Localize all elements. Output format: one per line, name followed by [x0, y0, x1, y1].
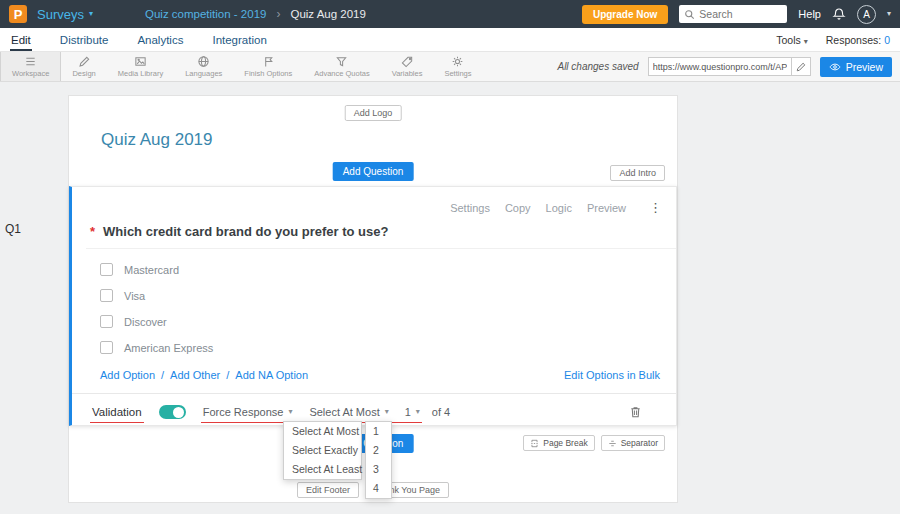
slash-separator: / — [161, 369, 164, 381]
menu-item-count-2[interactable]: 2 — [366, 441, 391, 460]
tab-distribute[interactable]: Distribute — [59, 30, 110, 51]
chevron-down-icon[interactable]: ▾ — [887, 10, 891, 18]
search-box[interactable] — [679, 5, 787, 23]
tab-integration[interactable]: Integration — [211, 30, 267, 51]
add-logo-button[interactable]: Add Logo — [345, 105, 402, 121]
toolbar-item-label: Settings — [444, 69, 471, 78]
menu-item-select-at-most[interactable]: Select At Most — [284, 422, 361, 441]
question-preview-link[interactable]: Preview — [587, 202, 626, 214]
preview-button[interactable]: Preview — [820, 57, 892, 77]
notifications-bell-icon[interactable] — [832, 7, 846, 21]
checkbox[interactable] — [100, 341, 113, 354]
toolbar-item-design[interactable]: Design — [61, 52, 106, 81]
responses-counter[interactable]: Responses:0 — [826, 34, 890, 46]
menu-item-count-1[interactable]: 1 — [366, 422, 391, 441]
topbar: P Surveys ▾ Quiz competition - 2019 › Qu… — [0, 0, 900, 28]
languages-globe-icon — [197, 55, 210, 68]
tools-menu[interactable]: Tools ▾ — [776, 34, 807, 46]
toolbar-item-label: Advance Quotas — [314, 69, 369, 78]
edit-url-pencil-icon[interactable] — [791, 58, 810, 75]
option-label[interactable]: Mastercard — [124, 264, 179, 276]
validation-toggle[interactable] — [159, 405, 186, 419]
toolbar-item-settings[interactable]: Settings — [433, 52, 482, 81]
chevron-down-icon: ▾ — [89, 10, 93, 18]
search-icon — [684, 9, 695, 20]
media-library-icon — [134, 55, 147, 68]
add-na-option-link[interactable]: Add NA Option — [235, 369, 308, 381]
answer-option-row: Visa — [100, 289, 145, 302]
tab-analytics[interactable]: Analytics — [136, 30, 184, 51]
page-break-label: Page Break — [543, 438, 587, 448]
edit-footer-button[interactable]: Edit Footer — [297, 482, 359, 498]
question-more-menu-icon[interactable]: ⋮ — [649, 200, 662, 215]
avatar[interactable]: A — [857, 5, 876, 24]
force-response-dropdown[interactable]: Force Response ▾ — [203, 406, 293, 418]
toolbar-item-media-library[interactable]: Media Library — [107, 52, 174, 81]
survey-url-input[interactable] — [649, 62, 791, 72]
option-label[interactable]: Discover — [124, 316, 167, 328]
page-structure-buttons: Page Break Separator — [523, 435, 665, 451]
required-asterisk-icon: * — [90, 224, 95, 239]
add-other-link[interactable]: Add Other — [170, 369, 220, 381]
breadcrumb-parent[interactable]: Quiz competition - 2019 — [145, 8, 266, 20]
nav-right: Tools ▾ Responses:0 — [776, 34, 890, 51]
validation-divider — [72, 393, 676, 394]
checkbox[interactable] — [100, 315, 113, 328]
count-dropdown[interactable]: 1 ▾ — [405, 406, 420, 418]
page-break-button[interactable]: Page Break — [523, 435, 594, 451]
breadcrumb-current: Quiz Aug 2019 — [290, 8, 365, 20]
edit-options-in-bulk-link[interactable]: Edit Options in Bulk — [564, 369, 660, 381]
option-label[interactable]: Visa — [124, 290, 145, 302]
toolbar-item-languages[interactable]: Languages — [174, 52, 233, 81]
menu-item-select-exactly[interactable]: Select Exactly — [284, 441, 361, 460]
topbar-right: Upgrade Now Help A ▾ — [582, 5, 891, 24]
checkbox[interactable] — [100, 263, 113, 276]
finish-flag-icon — [262, 55, 275, 68]
toolbar-item-label: Variables — [392, 69, 423, 78]
add-intro-button[interactable]: Add Intro — [610, 165, 665, 181]
surveys-menu[interactable]: Surveys ▾ — [37, 7, 93, 22]
toolbar-item-label: Design — [72, 69, 95, 78]
toolbar-item-label: Media Library — [118, 69, 163, 78]
upgrade-now-button[interactable]: Upgrade Now — [582, 5, 668, 24]
separator-label: Separator — [621, 438, 658, 448]
toolbar-item-label: Finish Options — [244, 69, 292, 78]
selection-rule-group: Select At Most ▾ 1 ▾ — [309, 406, 419, 418]
count-value: 1 — [405, 406, 411, 418]
question-block: Settings Copy Logic Preview ⋮ * Which cr… — [69, 186, 677, 426]
separator-button[interactable]: Separator — [601, 435, 665, 451]
question-copy-link[interactable]: Copy — [505, 202, 531, 214]
toolbar-item-variables[interactable]: Variables — [381, 52, 434, 81]
menu-item-select-at-least[interactable]: Select At Least — [284, 460, 361, 479]
toolbar-item-advance-quotas[interactable]: Advance Quotas — [303, 52, 380, 81]
tab-edit[interactable]: Edit — [10, 30, 32, 51]
add-option-link[interactable]: Add Option — [100, 369, 155, 381]
slash-separator: / — [226, 369, 229, 381]
edit-toolbar: Workspace Design Media Library Languages… — [0, 52, 900, 82]
survey-title[interactable]: Quiz Aug 2019 — [101, 130, 213, 150]
toolbar-item-workspace[interactable]: Workspace — [0, 52, 61, 81]
survey-page-card: Add Logo Quiz Aug 2019 Add Question Add … — [68, 95, 678, 503]
menu-item-count-3[interactable]: 3 — [366, 460, 391, 479]
of-total-label: of 4 — [432, 406, 450, 418]
responses-label: Responses: — [826, 34, 881, 46]
preview-button-label: Preview — [846, 61, 883, 73]
question-settings-link[interactable]: Settings — [450, 202, 490, 214]
checkbox[interactable] — [100, 289, 113, 302]
option-label[interactable]: American Express — [124, 342, 213, 354]
question-divider — [86, 248, 676, 249]
delete-question-trash-icon[interactable] — [629, 405, 642, 419]
help-link[interactable]: Help — [798, 8, 821, 20]
question-actions: Settings Copy Logic Preview ⋮ — [450, 200, 662, 215]
select-rule-dropdown[interactable]: Select At Most ▾ — [309, 406, 388, 418]
breadcrumb: Quiz competition - 2019 › Quiz Aug 2019 — [145, 7, 366, 21]
questionpro-logo[interactable]: P — [9, 5, 27, 23]
add-question-button[interactable]: Add Question — [333, 162, 414, 181]
force-response-label: Force Response — [203, 406, 284, 418]
toolbar-item-label: Workspace — [12, 69, 49, 78]
search-input[interactable] — [699, 8, 782, 20]
toolbar-item-finish-options[interactable]: Finish Options — [233, 52, 303, 81]
menu-item-count-4[interactable]: 4 — [366, 479, 391, 498]
question-text[interactable]: Which credit card brand do you prefer to… — [103, 224, 388, 239]
question-logic-link[interactable]: Logic — [546, 202, 572, 214]
